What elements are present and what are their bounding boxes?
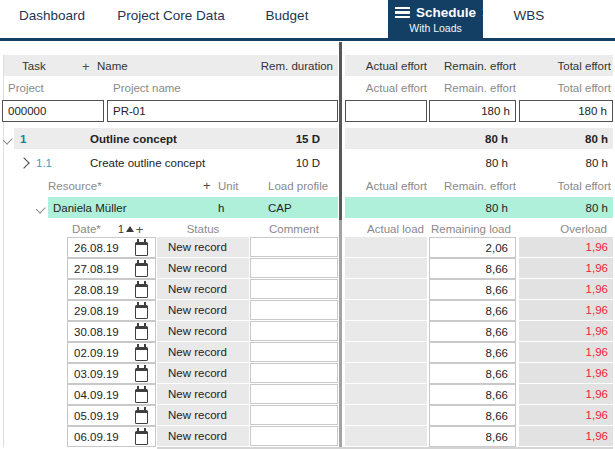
calendar-icon[interactable] (135, 242, 148, 256)
tab-bar: Dashboard Project Core Data Budget Sched… (0, 0, 615, 38)
project-row: 000000 PR-01 180 h 180 h (0, 100, 615, 122)
tabbar-underline (0, 38, 615, 41)
comment-field[interactable] (250, 363, 338, 383)
task-1-number: 1 (20, 128, 50, 150)
date-field[interactable]: 26.08.19 (67, 237, 156, 258)
date-value: 03.09.19 (74, 368, 119, 380)
collapse-chevron-resource[interactable] (36, 197, 48, 218)
date-field[interactable]: 30.08.19 (67, 321, 156, 342)
calendar-icon[interactable] (135, 389, 148, 403)
remaining-load-field[interactable]: 8,66 (429, 384, 516, 405)
comment-field[interactable] (250, 321, 338, 341)
status-cell: New record (157, 321, 249, 341)
overload-cell: 1,96 (519, 405, 613, 425)
calendar-icon[interactable] (135, 410, 148, 424)
calendar-icon[interactable] (135, 305, 148, 319)
status-cell: New record (157, 258, 249, 278)
comment-field[interactable] (250, 426, 338, 446)
menu-icon[interactable] (395, 7, 410, 18)
project-total-effort-field[interactable]: 180 h (519, 100, 613, 122)
actual-load-cell (345, 321, 427, 341)
overload-cell: 1,96 (519, 342, 613, 362)
task-row-1[interactable]: 1 Outline concept 15 D 80 h 80 h (0, 128, 615, 150)
status-cell: New record (157, 237, 249, 257)
date-field[interactable]: 06.09.19 (67, 426, 156, 447)
remaining-load-field[interactable]: 8,66 (429, 300, 516, 321)
date-field[interactable]: 27.08.19 (67, 258, 156, 279)
comment-field[interactable] (250, 342, 338, 362)
comment-field[interactable] (250, 258, 338, 278)
comment-field[interactable] (250, 279, 338, 299)
col-header-remaining-load: Remaining load (431, 220, 518, 238)
actual-load-cell (345, 363, 427, 383)
tab-schedule[interactable]: Schedule × With Loads (388, 0, 483, 38)
remaining-load-field[interactable]: 8,66 (429, 279, 516, 300)
date-field[interactable]: 04.09.19 (67, 384, 156, 405)
add-column-button[interactable]: + (82, 55, 94, 77)
status-cell: New record (157, 384, 249, 404)
load-row: 06.09.19 New record 8,66 1,96 (0, 426, 615, 447)
expand-chevron-task-1-1[interactable] (20, 152, 32, 173)
remaining-load-field[interactable]: 8,66 (429, 342, 516, 363)
date-field[interactable]: 05.09.19 (67, 405, 156, 426)
calendar-icon[interactable] (135, 263, 148, 277)
add-load-column-button[interactable]: + (136, 222, 144, 237)
calendar-icon[interactable] (135, 326, 148, 340)
comment-field[interactable] (250, 300, 338, 320)
date-value: 28.08.19 (74, 284, 119, 296)
collapse-chevron-task-1[interactable] (3, 128, 15, 150)
date-value: 04.09.19 (74, 389, 119, 401)
tab-wbs[interactable]: WBS (503, 0, 555, 30)
task-row-1-1[interactable]: 1.1 Create outline concept 10 D 80 h 80 … (0, 152, 615, 173)
resource-header-actual-effort: Actual effort (345, 175, 427, 196)
task-1-1-rem-duration: 10 D (230, 152, 320, 173)
subheader-project: Project (8, 78, 88, 98)
task-1-1-name: Create outline concept (90, 152, 250, 173)
calendar-icon[interactable] (135, 431, 148, 445)
sort-control[interactable]: 1 + (118, 220, 158, 238)
remaining-load-field[interactable]: 8,66 (429, 405, 516, 426)
resource-unit: h (218, 197, 248, 218)
date-field[interactable]: 28.08.19 (67, 279, 156, 300)
tab-budget[interactable]: Budget (255, 0, 319, 30)
load-row: 02.09.19 New record 8,66 1,96 (0, 342, 615, 363)
task-1-1-number: 1.1 (36, 152, 72, 173)
tab-dashboard[interactable]: Dashboard (12, 0, 92, 30)
overload-cell: 1,96 (519, 300, 613, 320)
calendar-icon[interactable] (135, 347, 148, 361)
task-1-name: Outline concept (90, 128, 230, 150)
calendar-icon[interactable] (135, 284, 148, 298)
comment-field[interactable] (250, 405, 338, 425)
date-value: 29.08.19 (74, 305, 119, 317)
remaining-load-field[interactable]: 2,06 (429, 237, 516, 258)
remaining-load-field[interactable]: 8,66 (429, 321, 516, 342)
subheader-remain-effort: Remain. effort (429, 78, 516, 98)
status-cell: New record (157, 300, 249, 320)
remaining-load-field[interactable]: 8,66 (429, 258, 516, 279)
date-field[interactable]: 03.09.19 (67, 363, 156, 384)
app-window: Dashboard Project Core Data Budget Sched… (0, 0, 615, 449)
project-name-field[interactable]: PR-01 (107, 100, 338, 122)
project-id-field[interactable]: 000000 (2, 100, 104, 122)
tab-project-core-data[interactable]: Project Core Data (113, 0, 229, 30)
calendar-icon[interactable] (135, 368, 148, 382)
close-icon[interactable]: × (482, 5, 491, 21)
overload-cell: 1,96 (519, 426, 613, 446)
add-resource-column-button[interactable]: + (203, 175, 215, 196)
date-field[interactable]: 02.09.19 (67, 342, 156, 363)
resource-header-row: Resource* + Unit Load profile Actual eff… (0, 175, 615, 196)
col-header-actual-load: Actual load (345, 220, 427, 238)
status-cell: New record (157, 426, 249, 446)
remaining-load-field[interactable]: 8,66 (429, 426, 516, 447)
remaining-load-field[interactable]: 8,66 (429, 363, 516, 384)
resource-row-selected[interactable]: Daniela Müller h CAP 80 h 80 h (0, 197, 615, 218)
actual-load-cell (345, 237, 427, 257)
project-remain-effort-field[interactable]: 180 h (429, 100, 516, 122)
load-row: 28.08.19 New record 8,66 1,96 (0, 279, 615, 300)
date-field[interactable]: 29.08.19 (67, 300, 156, 321)
comment-field[interactable] (250, 384, 338, 404)
project-actual-effort-field[interactable] (345, 100, 427, 122)
overload-cell: 1,96 (519, 384, 613, 404)
task-1-1-remain-effort: 80 h (429, 152, 516, 173)
comment-field[interactable] (250, 237, 338, 257)
